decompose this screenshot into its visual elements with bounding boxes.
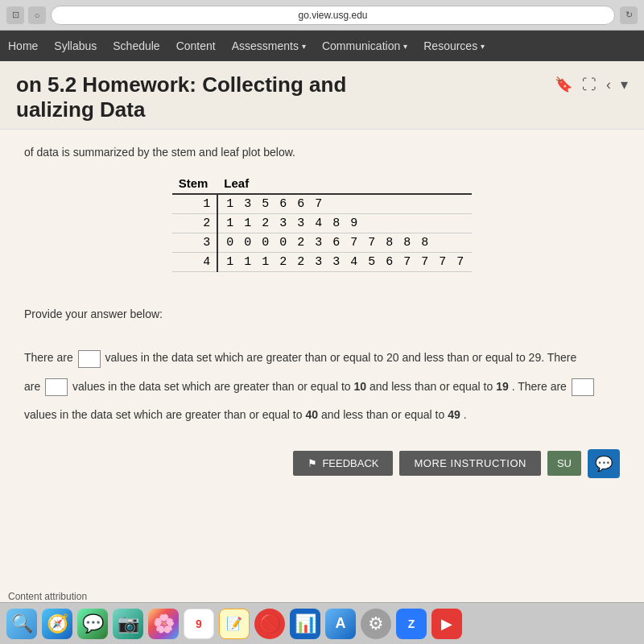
taskbar-noentry[interactable]: 🚫 (254, 609, 285, 639)
sentence3-end: and less than or equal to (321, 408, 444, 421)
bold-10: 10 (353, 380, 366, 393)
fullscreen-icon[interactable]: ⛶ (582, 76, 597, 93)
taskbar-appstore[interactable]: A (325, 609, 356, 639)
nav-home[interactable]: Home (8, 39, 38, 52)
taskbar-photos[interactable]: 🌸 (148, 609, 179, 639)
stem-leaf-wrapper: Stem Leaf 1 1 3 5 6 6 7 2 1 1 2 3 3 4 8 … (24, 173, 620, 291)
nav-bar: Home Syllabus Schedule Content Assessmen… (0, 31, 644, 61)
table-row: 2 1 1 2 3 3 4 8 9 (172, 214, 473, 233)
chat-icon: 💬 (595, 455, 613, 473)
leaf-4: 1 1 1 2 2 3 3 4 5 6 7 7 7 7 (217, 253, 472, 272)
period: . (464, 408, 467, 421)
collapse-icon[interactable]: ‹ (606, 76, 611, 93)
stem-3: 3 (172, 233, 218, 253)
feedback-button[interactable]: ⚑ FEEDBACK (293, 451, 393, 476)
taskbar-bar-chart[interactable]: 📊 (290, 609, 320, 639)
sentence2-end: . There are (512, 380, 567, 393)
chat-button[interactable]: 💬 (588, 449, 620, 478)
answer-text: There are values in the data set which a… (24, 348, 620, 368)
page-title: on 5.2 Homework: Collecting and ualizing… (16, 72, 346, 122)
nav-syllabus[interactable]: Syllabus (54, 39, 97, 52)
browser-chrome: ⊡ ○ go.view.usg.edu ↻ (0, 0, 644, 31)
answer-text-3: values in the data set which are greater… (24, 405, 620, 425)
address-bar[interactable]: go.view.usg.edu (51, 6, 615, 25)
leaf-header: Leaf (217, 173, 472, 194)
sentence1-middle: values in the data set which are greater… (105, 351, 576, 364)
stem-leaf-table: Stem Leaf 1 1 3 5 6 6 7 2 1 1 2 3 3 4 8 … (172, 173, 473, 272)
flag-icon: ⚑ (308, 457, 317, 469)
stem-1: 1 (172, 194, 218, 214)
assessments-arrow: ▾ (302, 42, 306, 51)
taskbar-notes[interactable]: 📝 (219, 609, 250, 639)
address-text: go.view.usg.edu (298, 10, 367, 21)
dropdown-icon[interactable]: ▾ (621, 76, 628, 93)
taskbar: 🔍 🧭 💬 📷 🌸 9 📝 🚫 📊 A ⚙ Z ▶ (0, 602, 644, 644)
communication-arrow: ▾ (403, 42, 407, 51)
leaf-2: 1 1 2 3 3 4 8 9 (217, 214, 472, 233)
reload-btn[interactable]: ↻ (620, 6, 638, 24)
leaf-3: 0 0 0 0 2 3 6 7 7 8 8 8 (217, 233, 472, 253)
resources-arrow: ▾ (481, 42, 485, 51)
taskbar-zoom[interactable]: Z (396, 609, 427, 639)
table-row: 4 1 1 1 2 2 3 3 4 5 6 7 7 7 7 (172, 253, 473, 272)
window-btn-1[interactable]: ⊡ (6, 6, 24, 24)
answer-label: Provide your answer below: (24, 308, 620, 320)
main-content: of data is summarized by the stem and le… (0, 130, 644, 613)
nav-content[interactable]: Content (176, 39, 216, 52)
submit-button[interactable]: SU (547, 451, 581, 476)
taskbar-finder[interactable]: 🔍 (6, 609, 37, 639)
taskbar-messages[interactable]: 💬 (77, 609, 108, 639)
sentence2-middle: values in the data set which are greater… (72, 380, 351, 393)
intro-text: of data is summarized by the stem and le… (24, 146, 620, 159)
leaf-1: 1 3 5 6 6 7 (217, 194, 472, 214)
buttons-row: ⚑ FEEDBACK MORE INSTRUCTION SU 💬 (24, 449, 620, 478)
bold-40: 40 (305, 408, 318, 421)
answer-text-2: are values in the data set which are gre… (24, 377, 620, 397)
page-header: on 5.2 Homework: Collecting and ualizing… (0, 61, 644, 130)
window-btn-2[interactable]: ○ (28, 6, 46, 24)
answer-input-3[interactable] (572, 378, 594, 396)
content-attribution: Content attribution (8, 591, 87, 602)
more-instruction-button[interactable]: MORE INSTRUCTION (399, 451, 540, 476)
table-row: 1 1 3 5 6 6 7 (172, 194, 473, 214)
nav-resources[interactable]: Resources ▾ (423, 39, 485, 52)
sentence2-before: are (24, 380, 40, 393)
taskbar-safari[interactable]: 🧭 (42, 609, 72, 639)
nav-assessments[interactable]: Assessments ▾ (232, 39, 306, 52)
bold-49: 49 (448, 408, 460, 421)
taskbar-media[interactable]: ▶ (431, 609, 462, 639)
sentence3: values in the data set which are greater… (24, 408, 303, 421)
answer-input-2[interactable] (45, 378, 68, 396)
bold-19: 19 (496, 380, 509, 393)
taskbar-facetime[interactable]: 📷 (113, 609, 143, 639)
taskbar-calendar[interactable]: 9 (184, 609, 214, 639)
nav-communication[interactable]: Communication ▾ (322, 39, 407, 52)
sentence1-before: There are (24, 351, 73, 364)
stem-4: 4 (172, 253, 218, 272)
nav-schedule[interactable]: Schedule (113, 39, 159, 52)
answer-input-1[interactable] (78, 350, 101, 368)
sentence2-cont: and less than or equal to (369, 380, 493, 393)
taskbar-settings[interactable]: ⚙ (361, 609, 391, 639)
stem-header: Stem (172, 173, 218, 194)
bookmark-icon[interactable]: 🔖 (555, 76, 572, 93)
stem-2: 2 (172, 214, 218, 233)
browser-controls: ⊡ ○ (6, 6, 46, 24)
page-header-icons: 🔖 ⛶ ‹ ▾ (555, 72, 628, 93)
table-row: 3 0 0 0 0 2 3 6 7 7 8 8 8 (172, 233, 473, 253)
